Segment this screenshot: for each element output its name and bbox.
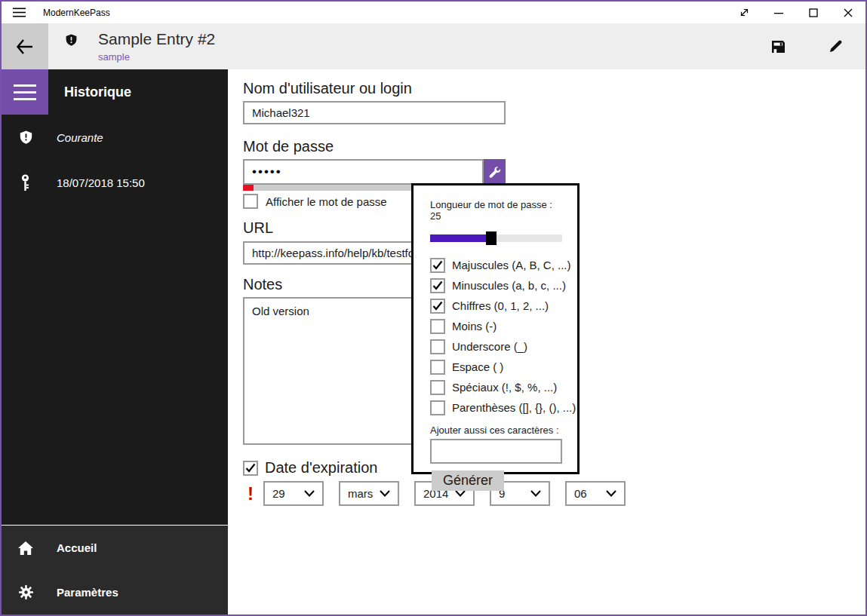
sidebar-heading: Historique — [48, 69, 131, 115]
home-icon — [18, 541, 33, 555]
charset-option-label: Parenthèses ([], {}, (), ...) — [452, 401, 576, 414]
expired-warning-icon: ! — [247, 481, 257, 506]
date-part-select[interactable]: 29 — [263, 481, 324, 506]
charset-option-label: Spéciaux (!, $, %, ...) — [452, 381, 557, 394]
charset-options: Majuscules (A, B, C, ...)Minuscules (a, … — [430, 255, 561, 418]
password-input[interactable] — [243, 159, 484, 185]
sidebar-item-label: Paramètres — [57, 586, 118, 599]
generate-password-button[interactable] — [484, 159, 506, 185]
sidebar-item-label: Accueil — [57, 541, 97, 554]
charset-option[interactable]: Spéciaux (!, $, %, ...) — [430, 377, 561, 397]
username-input[interactable] — [243, 101, 506, 124]
extra-chars-label: Ajouter aussi ces caractères : — [430, 424, 561, 436]
page-title: Sample Entry #2 — [98, 29, 215, 49]
key-icon — [18, 174, 33, 192]
password-generator-popup: Longueur de mot de passe : 25 Majuscules… — [411, 183, 580, 474]
history-item[interactable]: 18/07/2018 15:50 — [2, 160, 228, 205]
back-button[interactable] — [2, 23, 48, 69]
checkbox-box[interactable] — [430, 319, 445, 334]
chevron-down-icon — [304, 490, 315, 497]
charset-option-label: Moins (-) — [452, 320, 497, 333]
edit-button[interactable] — [817, 23, 853, 69]
fullscreen-icon[interactable] — [727, 2, 761, 23]
minimize-button[interactable] — [761, 2, 796, 23]
charset-option-label: Majuscules (A, B, C, ...) — [452, 259, 571, 271]
history-item-label: 18/07/2018 15:50 — [57, 176, 145, 189]
checkbox-box[interactable] — [430, 258, 445, 273]
checkbox-box[interactable] — [430, 299, 445, 314]
checkbox-box[interactable] — [430, 360, 445, 375]
app-title: ModernKeePass — [43, 8, 110, 18]
select-value: 06 — [574, 487, 587, 500]
sidebar-hamburger-icon[interactable] — [2, 69, 48, 115]
charset-option[interactable]: Espace ( ) — [430, 357, 561, 377]
sidebar-item-accueil[interactable]: Accueil — [2, 526, 228, 570]
password-label: Mot de passe — [243, 136, 506, 156]
length-slider[interactable] — [430, 231, 562, 245]
titlebar-hamburger-icon[interactable] — [2, 2, 36, 23]
length-label: Longueur de mot de passe : 25 — [430, 199, 561, 222]
group-link[interactable]: sample — [98, 51, 215, 63]
entry-shield-icon — [65, 34, 78, 69]
charset-option[interactable]: Minuscules (a, b, c, ...) — [430, 275, 561, 296]
slider-thumb[interactable] — [486, 231, 497, 245]
generate-button[interactable]: Générer — [432, 470, 504, 491]
slider-fill — [430, 234, 491, 242]
extra-chars-input[interactable] — [430, 439, 562, 464]
chevron-down-icon — [606, 490, 616, 497]
history-item-label: Courante — [57, 131, 103, 144]
checkbox-box[interactable] — [430, 400, 445, 415]
show-password-label: Afficher le mot de passe — [266, 195, 387, 208]
date-part-select[interactable]: mars — [339, 481, 399, 506]
charset-option[interactable]: Moins (-) — [430, 316, 561, 336]
chevron-down-icon — [455, 490, 466, 497]
close-button[interactable] — [831, 2, 865, 23]
checkbox-box[interactable] — [430, 278, 445, 293]
chevron-down-icon — [380, 490, 390, 497]
app-window: ModernKeePass — [0, 0, 867, 616]
date-part-select[interactable]: 06 — [565, 481, 626, 506]
wrench-icon — [488, 166, 501, 179]
maximize-button[interactable] — [796, 2, 831, 23]
checkbox-box[interactable] — [243, 194, 258, 209]
entry-header: Sample Entry #2 sample — [2, 23, 865, 69]
select-value: mars — [348, 487, 373, 500]
charset-option-label: Minuscules (a, b, c, ...) — [452, 279, 566, 292]
select-value: 29 — [272, 487, 285, 500]
charset-option-label: Underscore (_) — [452, 340, 527, 353]
shield-icon — [18, 130, 33, 145]
expiration-label: Date d'expiration — [265, 459, 377, 477]
charset-option[interactable]: Underscore (_) — [430, 336, 561, 357]
save-button[interactable] — [760, 23, 796, 69]
history-item[interactable]: Courante — [2, 115, 228, 160]
gear-icon — [18, 585, 33, 599]
chevron-down-icon — [530, 490, 541, 497]
username-label: Nom d'utilisateur ou login — [243, 78, 506, 98]
charset-option-label: Chiffres (0, 1, 2, ...) — [452, 299, 549, 312]
checkbox-box[interactable] — [243, 461, 258, 476]
sidebar-item-paramtres[interactable]: Paramètres — [2, 570, 228, 614]
history-sidebar: Historique Courante18/07/2018 15:50 Accu… — [2, 69, 228, 614]
charset-option[interactable]: Majuscules (A, B, C, ...) — [430, 255, 561, 275]
checkbox-box[interactable] — [430, 339, 445, 354]
history-list: Courante18/07/2018 15:50 — [2, 115, 228, 205]
sidebar-footer: AccueilParamètres — [2, 526, 228, 614]
checkbox-box[interactable] — [430, 380, 445, 395]
password-strength-fill — [243, 185, 254, 191]
charset-option[interactable]: Parenthèses ([], {}, (), ...) — [430, 397, 561, 418]
titlebar: ModernKeePass — [2, 2, 865, 23]
charset-option[interactable]: Chiffres (0, 1, 2, ...) — [430, 296, 561, 316]
charset-option-label: Espace ( ) — [452, 360, 503, 373]
